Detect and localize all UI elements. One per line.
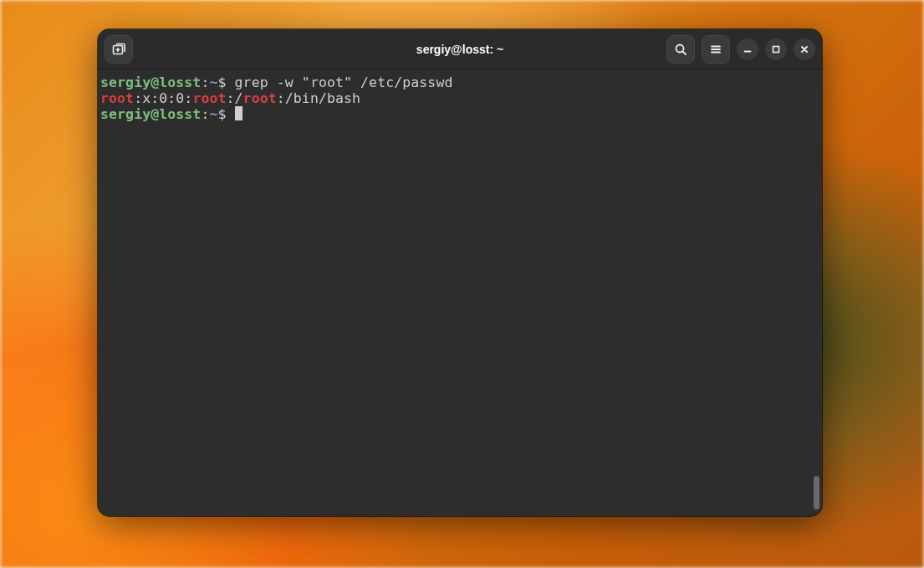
search-icon	[674, 43, 687, 56]
new-tab-icon	[111, 42, 126, 57]
svg-rect-2	[773, 46, 779, 52]
scrollbar-thumb[interactable]	[814, 476, 819, 509]
maximize-button[interactable]	[765, 38, 787, 60]
titlebar: sergiy@losst: ~	[98, 29, 822, 69]
menu-button[interactable]	[702, 35, 730, 64]
terminal-viewport[interactable]: sergiy@losst:~$ grep -w "root" /etc/pass…	[98, 69, 822, 516]
minimize-icon	[743, 44, 753, 54]
terminal-window: sergiy@losst: ~	[98, 29, 822, 516]
cursor	[235, 106, 242, 120]
close-button[interactable]	[794, 38, 815, 60]
maximize-icon	[771, 44, 781, 54]
close-icon	[799, 44, 809, 54]
minimize-button[interactable]	[737, 38, 758, 60]
new-tab-button[interactable]	[105, 35, 133, 64]
terminal-content: sergiy@losst:~$ grep -w "root" /etc/pass…	[100, 74, 819, 122]
search-button[interactable]	[666, 35, 695, 64]
hamburger-icon	[709, 43, 722, 56]
